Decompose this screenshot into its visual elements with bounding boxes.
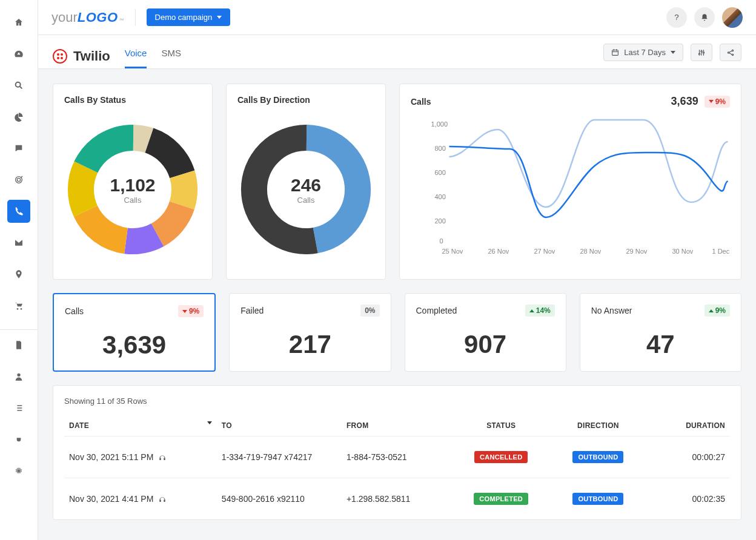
card-calls-line: Calls 3,639 9% 1,000 800 600 400 200 [399,84,741,280]
phone-icon [14,206,24,216]
sidebar-chat[interactable] [7,137,30,160]
svg-point-12 [732,50,733,51]
share-button[interactable] [720,44,741,61]
col-duration[interactable]: DURATION [647,415,730,436]
home-icon [14,18,24,27]
sidebar-pie[interactable] [7,105,30,128]
cell-to: 1-334-719-7947 x74217 [217,436,342,478]
calendar-icon [611,48,619,56]
svg-point-10 [703,51,704,53]
cart-icon [14,301,24,311]
col-date[interactable]: DATE [64,415,217,436]
sidebar-search[interactable] [7,74,30,97]
sidebar-mail[interactable] [7,231,30,254]
location-icon [14,269,24,279]
sidebar-report[interactable] [7,334,30,357]
stat-card-completed[interactable]: Completed14%907 [405,293,566,372]
sidebar-phone[interactable] [7,200,30,223]
bell-icon [700,13,709,22]
svg-text:1,000: 1,000 [431,120,448,128]
notifications-button[interactable] [694,7,715,28]
col-direction[interactable]: DIRECTION [549,415,646,436]
sidebar [0,0,38,540]
cell-duration: 00:02:35 [647,478,730,520]
chat-icon [14,143,24,153]
line-chart-calls: 1,000 800 600 400 200 0 25 Nov [411,111,730,257]
sidebar-plug[interactable] [7,428,30,451]
calls-table-card: Showing 11 of 35 Rows DATE TO FROM STATU… [53,385,741,520]
donut-direction-value: 246 [291,175,321,196]
vertical-divider [135,9,136,26]
svg-point-2 [17,178,20,181]
filter-button[interactable] [691,44,712,61]
stat-card-failed[interactable]: Failed0%217 [229,293,391,372]
sidebar-home[interactable] [7,11,30,34]
twilio-icon [53,49,67,64]
svg-text:1 Dec: 1 Dec [712,248,730,255]
table-row[interactable]: Nov 30, 2021 4:41 PM 549-800-2616 x92110… [64,478,730,520]
share-icon [726,48,735,57]
stat-delta-badge: 9% [178,305,204,317]
sidebar-location[interactable] [7,263,30,286]
sidebar-target[interactable] [7,168,30,191]
stat-card-calls[interactable]: Calls9%3,639 [53,293,216,372]
campaign-selector[interactable]: Demo campaign [147,8,231,26]
stat-delta-badge: 0% [360,305,379,317]
table-row[interactable]: Nov 30, 2021 5:11 PM 1-334-719-7947 x742… [64,436,730,478]
col-from[interactable]: FROM [342,415,453,436]
svg-text:800: 800 [435,145,446,152]
campaign-label: Demo campaign [155,13,213,22]
question-icon: ? [674,13,678,22]
calls-total-value: 3,639 [671,95,698,108]
svg-text:400: 400 [435,193,446,200]
stat-label: Failed [240,306,264,315]
stat-value: 217 [240,330,379,359]
card-title: Calls By Direction [237,95,374,105]
col-to[interactable]: TO [217,415,342,436]
date-range-selector[interactable]: Last 7 Days [603,44,683,61]
sidebar-settings[interactable] [7,459,30,482]
logo[interactable]: yourLOGO™ [51,10,124,25]
cell-from: 1-884-753-0521 [342,436,453,478]
logo-prefix: your [51,10,78,25]
svg-text:200: 200 [435,217,446,225]
sidebar-divider [0,329,38,330]
sidebar-cart[interactable] [7,294,30,317]
stat-value: 47 [591,330,730,359]
svg-text:25 Nov: 25 Nov [442,248,463,255]
stat-value: 3,639 [65,331,204,360]
stat-card-no-answer[interactable]: No Answer9%47 [580,293,741,372]
status-pill: CANCELLED [474,451,528,463]
svg-point-3 [17,308,19,310]
status-pill: COMPLETED [474,493,528,505]
sidebar-dashboard[interactable] [7,42,30,65]
svg-point-13 [732,54,733,55]
tab-sms[interactable]: SMS [161,48,181,68]
headphones-icon [158,453,167,462]
card-calls-by-direction: Calls By Direction 246 Calls [226,84,386,280]
help-button[interactable]: ? [666,7,687,28]
user-avatar[interactable] [722,7,743,28]
tab-voice[interactable]: Voice [125,48,147,68]
col-status[interactable]: STATUS [453,415,549,436]
headphones-icon [158,495,167,504]
svg-text:27 Nov: 27 Nov [534,248,555,255]
svg-text:600: 600 [435,169,446,176]
stat-label: No Answer [591,306,632,315]
sidebar-user[interactable] [7,365,30,388]
direction-pill: OUTBOUND [572,493,623,505]
card-title: Calls [411,97,431,107]
calls-delta-badge: 9% [705,96,730,108]
svg-rect-7 [612,50,618,56]
cell-direction: OUTBOUND [549,478,646,520]
cell-from: +1.298.582.5811 [342,478,453,520]
card-title: Calls By Status [64,95,201,105]
svg-point-9 [701,50,702,51]
sidebar-list[interactable] [7,397,30,420]
card-calls-by-status: Calls By Status [53,84,213,280]
date-range-label: Last 7 Days [624,48,666,57]
donut-status-value: 1,102 [110,175,155,196]
svg-point-0 [16,82,21,87]
svg-point-11 [728,51,729,53]
pie-chart-icon [14,112,24,122]
